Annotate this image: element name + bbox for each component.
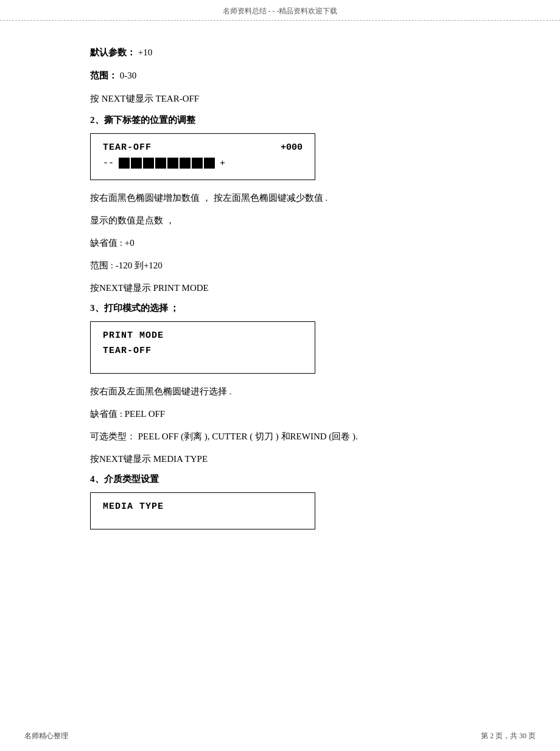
- tearoff-display-box: TEAR-OFF +000 -- +: [90, 133, 315, 180]
- range1-value: 0-30: [120, 71, 137, 80]
- mediatype-display-box: MEDIA TYPE: [90, 492, 315, 529]
- section-heading-2: 2、撕下标签的位置的调整: [90, 114, 470, 126]
- tearoff-progress-row: -- +: [103, 158, 303, 169]
- printmode-line1-row: PRINT MODE: [103, 330, 303, 341]
- default-param-label: 默认参数：: [90, 47, 136, 57]
- header-text: 名师资料总结 - - -精品资料欢迎下载: [223, 7, 338, 15]
- next-tearoff-line: 按 NEXT键显示 TEAR-OFF: [90, 91, 470, 106]
- prog-block-4: [155, 158, 166, 169]
- next-printmode-line: 按NEXT键显示 PRINT MODE: [90, 280, 470, 296]
- next-printmode-text: 按NEXT键显示 PRINT MODE: [90, 283, 209, 293]
- prog-block-8: [204, 158, 215, 169]
- printmode-line2-row: TEAR-OFF: [103, 346, 303, 356]
- desc-select-line: 按右面及左面黑色椭圆键进行选择 .: [90, 383, 470, 400]
- printmode-line1: PRINT MODE: [103, 330, 164, 341]
- default-val-text: 缺省值 : +0: [90, 238, 135, 248]
- next-mediatype-line: 按NEXT键显示 MEDIA TYPE: [90, 451, 470, 467]
- desc-unit-text: 显示的数值是点数 ，: [90, 215, 175, 225]
- prog-block-1: [119, 158, 130, 169]
- prog-block-7: [192, 158, 203, 169]
- footer-right: 第 2 页，共 30 页: [481, 731, 536, 741]
- heading2-text: 2、撕下标签的位置的调整: [90, 115, 195, 125]
- desc-increase-text: 按右面黑色椭圆键增加数值 ， 按左面黑色椭圆键减少数值 .: [90, 193, 327, 203]
- range1-line: 范围： 0-30: [90, 68, 470, 83]
- desc-increase-line: 按右面黑色椭圆键增加数值 ， 按左面黑色椭圆键减少数值 .: [90, 190, 470, 206]
- bar-suffix: +: [220, 158, 225, 169]
- prog-block-3: [143, 158, 154, 169]
- prog-block-6: [180, 158, 191, 169]
- default-param-line: 默认参数： +10: [90, 45, 470, 60]
- section-heading-3: 3、打印模式的选择 ；: [90, 302, 470, 314]
- default-peeloff-line: 缺省值 : PEEL OFF: [90, 406, 470, 422]
- page-header: 名师资料总结 - - -精品资料欢迎下载: [0, 0, 560, 21]
- mediatype-line1: MEDIA TYPE: [103, 501, 164, 512]
- bar-prefix: --: [103, 158, 114, 169]
- desc-select-text: 按右面及左面黑色椭圆键进行选择 .: [90, 386, 232, 396]
- next-tearoff-text: 按 NEXT键显示 TEAR-OFF: [90, 94, 199, 103]
- options-text: 可选类型： PEEL OFF (剥离 ), CUTTER ( 切刀 ) 和REW…: [90, 431, 358, 441]
- desc-unit-line: 显示的数值是点数 ，: [90, 212, 470, 229]
- heading4-text: 4、介质类型设置: [90, 474, 159, 484]
- progress-blocks: [119, 158, 215, 169]
- default-param-value: +10: [138, 47, 152, 57]
- range1-label: 范围：: [90, 71, 117, 80]
- heading3-text: 3、打印模式的选择 ；: [90, 303, 179, 313]
- tearoff-box-title: TEAR-OFF: [103, 142, 152, 153]
- range2-line: 范围 : -120 到+120: [90, 257, 470, 274]
- tearoff-box-title-row: TEAR-OFF +000: [103, 142, 303, 153]
- options-line: 可选类型： PEEL OFF (剥离 ), CUTTER ( 切刀 ) 和REW…: [90, 428, 470, 445]
- next-mediatype-text: 按NEXT键显示 MEDIA TYPE: [90, 454, 208, 464]
- range2-text: 范围 : -120 到+120: [90, 260, 163, 270]
- footer-left: 名师精心整理: [24, 731, 68, 741]
- printmode-line2: TEAR-OFF: [103, 346, 152, 356]
- prog-block-5: [167, 158, 178, 169]
- default-val-line: 缺省值 : +0: [90, 235, 470, 251]
- page-footer: 名师精心整理 第 2 页，共 30 页: [0, 731, 560, 741]
- mediatype-line1-row: MEDIA TYPE: [103, 501, 303, 512]
- printmode-display-box: PRINT MODE TEAR-OFF: [90, 321, 315, 374]
- tearoff-box-value: +000: [281, 142, 303, 153]
- default-peeloff-text: 缺省值 : PEEL OFF: [90, 409, 165, 419]
- section-heading-4: 4、介质类型设置: [90, 473, 470, 485]
- prog-block-2: [131, 158, 142, 169]
- page-content: 默认参数： +10 范围： 0-30 按 NEXT键显示 TEAR-OFF 2、…: [0, 21, 560, 576]
